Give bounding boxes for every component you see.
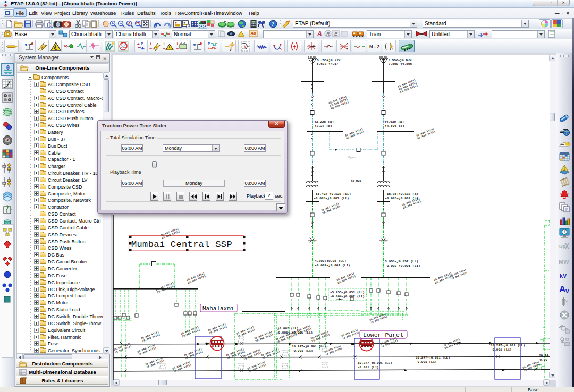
- svg-text:v: v: [565, 287, 569, 295]
- svg-text:Mahalaxmi: Mahalaxmi: [202, 305, 234, 312]
- svg-text:+5.955-j0.053 (LL): +5.955-j0.053 (LL): [330, 291, 365, 294]
- svg-text:MW: MW: [559, 259, 569, 265]
- svg-text:o: o: [31, 41, 32, 44]
- svg-text:-0.004-j0.002 (L1): -0.004-j0.002 (L1): [330, 295, 365, 299]
- svg-text:7.552+j4.639: 7.552+j4.639: [388, 58, 412, 62]
- svg-text:P: P: [208, 42, 210, 46]
- svg-text:A: A: [559, 284, 565, 294]
- svg-text:10.247-j0.001 (LL): 10.247-j0.001 (LL): [491, 344, 525, 347]
- svg-text:-11.402-j0.138 (LL): -11.402-j0.138 (LL): [314, 192, 351, 196]
- svg-text:-15.85+j0.182 (a): -15.85+j0.182 (a): [385, 192, 418, 196]
- svg-text:-7.509-j4.506: -7.509-j4.506: [386, 62, 412, 66]
- svg-text:?: ?: [272, 21, 274, 27]
- svg-text:5.755+j4.228: 5.755+j4.228: [317, 58, 341, 62]
- svg-text:10.24: 10.24: [539, 354, 548, 357]
- svg-text:Lower Parel: Lower Parel: [363, 331, 403, 338]
- svg-text:30 MVA: 30 MVA: [351, 180, 361, 183]
- svg-text:+0.005+j0.003 (LL): +0.005+j0.003 (LL): [314, 197, 349, 200]
- svg-text:V: V: [244, 45, 247, 48]
- svg-text:-0.00: -0.00: [538, 358, 547, 362]
- svg-text:j4.639 (a): j4.639 (a): [384, 120, 404, 124]
- svg-text:2: 2: [561, 325, 563, 328]
- svg-text:10.247-j0.001 (LL): 10.247-j0.001 (LL): [416, 356, 450, 360]
- svg-text:R: R: [326, 31, 330, 37]
- svg-text:+0.002+j0.001 (L1): +0.002+j0.001 (L1): [315, 263, 350, 267]
- svg-text:-0.003-j0.001 (L1): -0.003-j0.001 (L1): [385, 264, 420, 268]
- svg-text:d: d: [567, 303, 568, 306]
- svg-text:j3.225 (a): j3.225 (a): [314, 120, 334, 124]
- svg-text:N - 2: N - 2: [369, 44, 380, 49]
- svg-text:A: A: [317, 30, 322, 38]
- svg-text:Up: Up: [559, 244, 565, 249]
- svg-text:10.247+j0.001 (LL): 10.247+j0.001 (LL): [292, 345, 326, 348]
- svg-text:-j4.506 (b): -j4.506 (b): [383, 124, 404, 128]
- svg-text:-0.001 (L1): -0.001 (L1): [358, 365, 379, 369]
- svg-text:-0.001 (L1): -0.001 (L1): [416, 360, 437, 364]
- svg-text:A: A: [128, 22, 131, 25]
- svg-text:−: −: [149, 46, 152, 51]
- svg-text:Open: Open: [348, 156, 356, 159]
- svg-text:-0.001 (L1): -0.001 (L1): [491, 348, 512, 352]
- svg-text:−: −: [176, 46, 179, 51]
- svg-text:P: P: [141, 42, 144, 46]
- svg-text:4.292+j0.05 (LL): 4.292+j0.05 (LL): [315, 259, 346, 263]
- svg-text:A: A: [250, 31, 254, 36]
- svg-text:-5.672-j4.17: -5.672-j4.17: [315, 62, 339, 66]
- svg-text:−: −: [163, 46, 165, 51]
- svg-text:+: +: [137, 42, 140, 47]
- svg-text:Mumbai Central SSP: Mumbai Central SSP: [131, 240, 232, 250]
- svg-text:5.955-j0.052 (LL): 5.955-j0.052 (LL): [385, 260, 418, 263]
- svg-text:E: E: [334, 31, 338, 37]
- svg-text:-0.001 (L1): -0.001 (L1): [292, 349, 313, 353]
- svg-text:10.247-j0.001 (LL): 10.247-j0.001 (LL): [358, 361, 392, 365]
- svg-text:-j3.37 (b): -j3.37 (b): [313, 124, 332, 128]
